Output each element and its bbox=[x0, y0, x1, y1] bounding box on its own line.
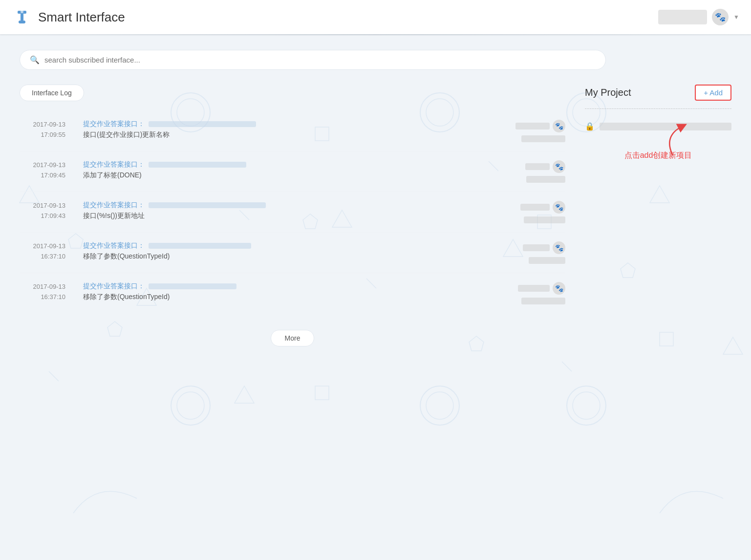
log-interface-name[interactable]: 提交作业答案接口： bbox=[83, 241, 497, 250]
blurred-bar bbox=[521, 135, 565, 142]
table-row: 2017-09-13 16:37:10 提交作业答案接口： 移除了参数(Ques… bbox=[20, 233, 565, 273]
user-name-blur bbox=[658, 10, 707, 24]
right-panel: My Project + Add 🔒 bbox=[565, 85, 731, 346]
app-title: Smart Interface bbox=[38, 10, 125, 25]
blurred-bar bbox=[526, 176, 565, 183]
user-avatar[interactable]: 🐾 bbox=[712, 9, 729, 25]
log-interface-name[interactable]: 提交作业答案接口： bbox=[83, 201, 497, 210]
log-right: 🐾 bbox=[507, 160, 565, 183]
svg-point-36 bbox=[21, 10, 23, 13]
log-body: 提交作业答案接口： 接口(提交作业接口)更新名称 bbox=[83, 120, 497, 139]
main-content: 🔍 Interface Log 2017-09-13 17:09:55 bbox=[0, 35, 751, 361]
table-row: 2017-09-13 17:09:55 提交作业答案接口： 接口(提交作业接口)… bbox=[20, 111, 565, 151]
blurred-bar bbox=[521, 298, 565, 304]
svg-point-8 bbox=[177, 392, 204, 419]
table-row: 2017-09-13 17:09:43 提交作业答案接口： 接口(%!s())更… bbox=[20, 192, 565, 233]
logo-icon bbox=[12, 7, 32, 27]
svg-point-9 bbox=[426, 392, 453, 419]
svg-line-31 bbox=[562, 362, 572, 371]
svg-marker-15 bbox=[235, 386, 254, 403]
header-right: 🐾 ▼ bbox=[658, 9, 739, 25]
mini-avatar: 🐾 bbox=[553, 201, 565, 214]
blurred-bar bbox=[529, 257, 565, 264]
mini-avatar: 🐾 bbox=[553, 160, 565, 173]
more-button[interactable]: More bbox=[271, 330, 315, 346]
log-description: 添加了标签(DONE) bbox=[83, 171, 497, 180]
svg-point-2 bbox=[171, 386, 210, 425]
svg-rect-34 bbox=[21, 14, 23, 21]
log-description: 移除了参数(QuestionTypeId) bbox=[83, 252, 497, 261]
search-bar: 🔍 bbox=[20, 50, 606, 70]
log-right: 🐾 bbox=[507, 201, 565, 223]
blurred-name bbox=[515, 123, 550, 129]
svg-line-32 bbox=[49, 371, 59, 381]
mini-avatar: 🐾 bbox=[553, 120, 565, 132]
log-timestamp: 2017-09-13 16:37:10 bbox=[20, 241, 73, 262]
table-row: 2017-09-13 16:37:10 提交作业答案接口： 移除了参数(Ques… bbox=[20, 273, 565, 313]
table-row: 2017-09-13 17:09:45 提交作业答案接口： 添加了标签(DONE… bbox=[20, 151, 565, 192]
log-list: 2017-09-13 17:09:55 提交作业答案接口： 接口(提交作业接口)… bbox=[20, 111, 565, 313]
log-interface-name[interactable]: 提交作业答案接口： bbox=[83, 120, 497, 129]
svg-rect-35 bbox=[19, 21, 25, 23]
log-timestamp: 2017-09-13 17:09:45 bbox=[20, 160, 73, 181]
svg-point-3 bbox=[420, 386, 459, 425]
log-body: 提交作业答案接口： 添加了标签(DONE) bbox=[83, 160, 497, 180]
svg-point-5 bbox=[567, 386, 606, 425]
project-header: My Project + Add bbox=[585, 85, 731, 101]
log-right: 🐾 bbox=[507, 282, 565, 304]
log-timestamp: 2017-09-13 17:09:55 bbox=[20, 120, 73, 140]
interface-log-tab[interactable]: Interface Log bbox=[20, 85, 84, 101]
search-input[interactable] bbox=[44, 56, 596, 64]
log-description: 移除了参数(QuestionTypeId) bbox=[83, 293, 497, 302]
mini-avatar: 🐾 bbox=[553, 282, 565, 295]
svg-rect-20 bbox=[315, 386, 329, 400]
project-title: My Project bbox=[585, 87, 631, 98]
arrow-svg bbox=[644, 121, 702, 160]
logo-area: Smart Interface bbox=[12, 7, 125, 27]
log-right: 🐾 bbox=[507, 241, 565, 264]
log-right: 🐾 bbox=[507, 120, 565, 142]
mini-avatar: 🐾 bbox=[553, 241, 565, 254]
blurred-name bbox=[518, 285, 550, 292]
blurred-name bbox=[523, 244, 550, 251]
left-panel: Interface Log 2017-09-13 17:09:55 提交作业答案… bbox=[20, 85, 565, 346]
log-timestamp: 2017-09-13 17:09:43 bbox=[20, 201, 73, 221]
log-body: 提交作业答案接口： 移除了参数(QuestionTypeId) bbox=[83, 241, 497, 261]
log-interface-name[interactable]: 提交作业答案接口： bbox=[83, 282, 497, 291]
lock-icon: 🔒 bbox=[585, 122, 595, 131]
header: Smart Interface 🐾 ▼ bbox=[0, 0, 751, 34]
user-dropdown-arrow[interactable]: ▼ bbox=[733, 14, 739, 21]
project-divider bbox=[585, 108, 731, 109]
blurred-name bbox=[525, 163, 550, 170]
log-body: 提交作业答案接口： 接口(%!s())更新地址 bbox=[83, 201, 497, 220]
annotation-area: 点击add创建新项目 bbox=[585, 151, 731, 161]
log-timestamp: 2017-09-13 16:37:10 bbox=[20, 282, 73, 302]
svg-point-11 bbox=[573, 392, 600, 419]
add-project-button[interactable]: + Add bbox=[695, 85, 731, 101]
two-col-layout: Interface Log 2017-09-13 17:09:55 提交作业答案… bbox=[20, 85, 731, 346]
search-icon: 🔍 bbox=[30, 55, 40, 65]
log-description: 接口(提交作业接口)更新名称 bbox=[83, 130, 497, 139]
blurred-bar bbox=[524, 216, 565, 223]
log-interface-name[interactable]: 提交作业答案接口： bbox=[83, 160, 497, 169]
log-body: 提交作业答案接口： 移除了参数(QuestionTypeId) bbox=[83, 282, 497, 302]
blurred-name bbox=[520, 204, 550, 211]
log-description: 接口(%!s())更新地址 bbox=[83, 212, 497, 220]
